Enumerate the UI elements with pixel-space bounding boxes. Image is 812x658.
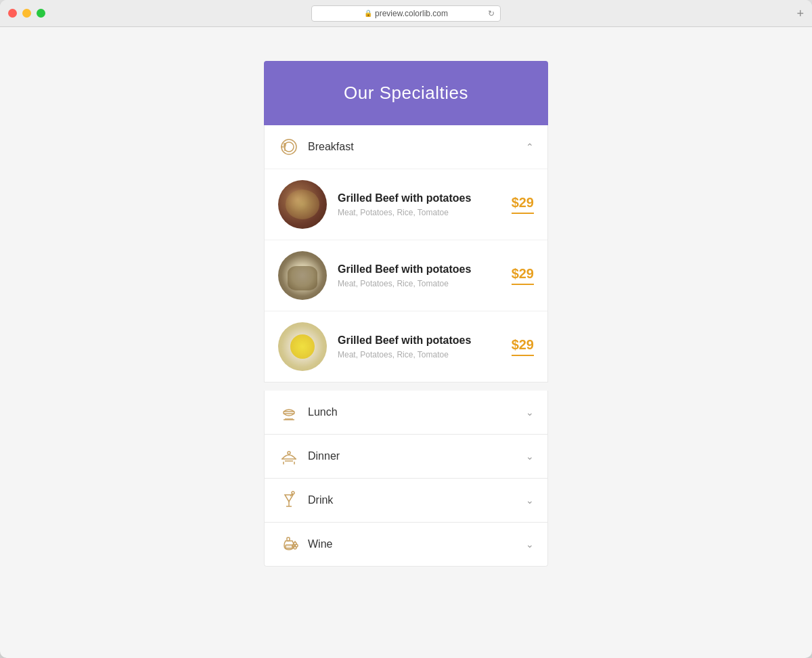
lunch-chevron: ⌄ [526, 407, 534, 418]
dinner-accordion-header[interactable]: Dinner ⌄ [265, 435, 547, 478]
price-underline [512, 213, 534, 214]
lunch-accordion-header[interactable]: Lunch ⌄ [265, 391, 547, 434]
menu-price-wrap: $29 [512, 337, 534, 356]
menu-item-name: Grilled Beef with potatoes [338, 334, 501, 348]
wine-chevron: ⌄ [526, 539, 534, 550]
menu-item-name: Grilled Beef with potatoes [338, 192, 501, 206]
drink-icon [278, 489, 300, 511]
lunch-section: Lunch ⌄ [264, 391, 548, 435]
address-bar[interactable]: 🔒 preview.colorlib.com ↻ [311, 5, 501, 22]
menu-item-price: $29 [512, 337, 534, 353]
menu-item-name: Grilled Beef with potatoes [338, 263, 501, 277]
dinner-chevron: ⌄ [526, 451, 534, 462]
wine-accordion-header[interactable]: Wine ⌄ [265, 523, 547, 566]
close-button[interactable] [8, 9, 17, 18]
titlebar: 🔒 preview.colorlib.com ↻ + [0, 0, 812, 27]
food-image-1 [278, 180, 327, 229]
dinner-section: Dinner ⌄ [264, 435, 548, 479]
section-gap [264, 382, 548, 391]
drink-accordion-header[interactable]: Drink ⌄ [265, 479, 547, 522]
svg-point-19 [292, 491, 294, 494]
url-text: preview.colorlib.com [375, 9, 448, 18]
lunch-icon [278, 401, 300, 423]
dinner-label: Dinner [308, 450, 518, 462]
refresh-icon[interactable]: ↻ [488, 9, 495, 18]
price-underline [512, 355, 534, 356]
svg-point-13 [288, 452, 290, 454]
lock-icon: 🔒 [364, 9, 372, 17]
menu-item-ingredients: Meat, Potatoes, Rice, Tomatoe [338, 208, 501, 217]
lunch-label: Lunch [308, 406, 518, 418]
wine-icon [278, 533, 300, 555]
breakfast-icon [278, 136, 300, 158]
drink-label: Drink [308, 494, 518, 506]
menu-item-info: Grilled Beef with potatoes Meat, Potatoe… [338, 192, 501, 218]
breakfast-section: Breakfast ⌃ Grilled Beef with potatoes M… [264, 125, 548, 382]
new-tab-button[interactable]: + [796, 7, 804, 20]
menu-item-ingredients: Meat, Potatoes, Rice, Tomatoe [338, 279, 501, 288]
specialties-container: Our Specialties [264, 61, 548, 567]
food-image-2 [278, 251, 327, 300]
breakfast-label: Breakfast [308, 141, 518, 153]
content-area: Our Specialties [0, 27, 812, 600]
specialties-header: Our Specialties [264, 61, 548, 125]
breakfast-accordion-header[interactable]: Breakfast ⌃ [265, 125, 547, 169]
menu-item-price: $29 [512, 266, 534, 282]
drink-section: Drink ⌄ [264, 479, 548, 523]
menu-item-ingredients: Meat, Potatoes, Rice, Tomatoe [338, 350, 501, 359]
menu-item-info: Grilled Beef with potatoes Meat, Potatoe… [338, 334, 501, 360]
maximize-button[interactable] [37, 9, 45, 18]
drink-chevron: ⌄ [526, 495, 534, 506]
wine-label: Wine [308, 538, 518, 550]
svg-rect-21 [286, 545, 292, 548]
specialties-title: Our Specialties [277, 83, 535, 104]
wine-section: Wine ⌄ [264, 523, 548, 567]
svg-rect-8 [284, 412, 294, 414]
svg-point-25 [294, 546, 296, 549]
menu-price-wrap: $29 [512, 266, 534, 285]
menu-item-price: $29 [512, 195, 534, 211]
food-image-3 [278, 322, 327, 371]
dinner-icon [278, 445, 300, 467]
breakfast-menu-list: Grilled Beef with potatoes Meat, Potatoe… [265, 169, 547, 382]
menu-item-info: Grilled Beef with potatoes Meat, Potatoe… [338, 263, 501, 289]
minimize-button[interactable] [22, 9, 31, 18]
menu-price-wrap: $29 [512, 195, 534, 214]
menu-item: Grilled Beef with potatoes Meat, Potatoe… [265, 169, 547, 240]
breakfast-chevron: ⌃ [526, 141, 534, 152]
menu-item: Grilled Beef with potatoes Meat, Potatoe… [265, 311, 547, 382]
price-underline [512, 284, 534, 285]
menu-item: Grilled Beef with potatoes Meat, Potatoe… [265, 240, 547, 311]
svg-line-6 [285, 146, 286, 147]
browser-window: 🔒 preview.colorlib.com ↻ + Our Specialti… [0, 0, 812, 658]
